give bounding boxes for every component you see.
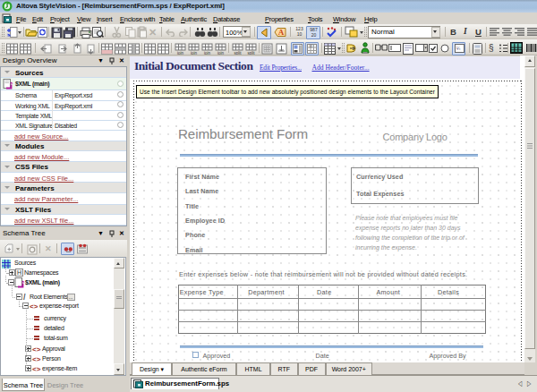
svg-text:join: join <box>203 50 211 55</box>
svg-text:split: split <box>234 50 242 55</box>
svg-text:split: split <box>247 50 255 55</box>
svg-text:H: H <box>17 269 21 276</box>
svg-text:join: join <box>217 50 225 55</box>
svg-text:12: 12 <box>309 44 312 47</box>
svg-text:join: join <box>176 50 184 55</box>
svg-text:join: join <box>190 50 198 55</box>
svg-text:A: A <box>278 28 285 37</box>
